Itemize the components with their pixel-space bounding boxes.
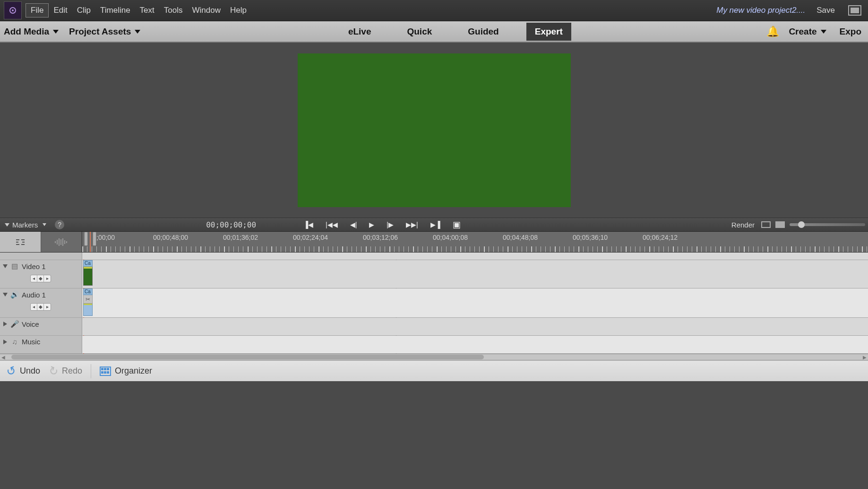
redo-button[interactable]: ↻ Redo	[49, 365, 82, 378]
help-icon[interactable]: ?	[55, 220, 64, 229]
tab-guided[interactable]: Guided	[459, 23, 507, 41]
workspace-tabs: eLive Quick Guided Expert	[144, 23, 766, 41]
snapshot-icon[interactable]: ▣	[453, 219, 461, 230]
menu-timeline[interactable]: Timeline	[95, 4, 135, 17]
project-assets-label: Project Assets	[69, 26, 131, 37]
track-music: ♫ Music	[0, 336, 868, 354]
svg-point-1	[12, 9, 14, 11]
ruler-label: 00;04;48;08	[503, 234, 538, 241]
ruler-label: 00;02;24;04	[293, 234, 328, 241]
ruler-labels: ;00;00 00;00;48;00 00;01;36;02 00;02;24;…	[82, 234, 868, 243]
menu-clip[interactable]: Clip	[72, 4, 95, 17]
project-title: My new video project2....	[716, 6, 810, 15]
clip-label: Ca	[83, 288, 93, 295]
current-timecode[interactable]: 00;00;00;00	[206, 220, 256, 229]
safe-margins-icon[interactable]	[761, 221, 771, 228]
menu-help[interactable]: Help	[225, 4, 251, 17]
transport-bar: Markers ? 00;00;00;00 ▐◀ |◀◀ ◀| ▶ |▶ ▶▶|…	[0, 218, 868, 232]
menubar: File Edit Clip Timeline Text Tools Windo…	[0, 0, 868, 21]
track-name: Video 1	[22, 262, 46, 271]
scroll-left-icon[interactable]: ◀	[0, 354, 7, 360]
loop-icon[interactable]	[775, 221, 785, 228]
tab-quick[interactable]: Quick	[398, 23, 440, 41]
ruler-track[interactable]: ;00;00 00;00;48;00 00;01;36;02 00;02;24;…	[82, 232, 868, 252]
secondary-toolbar: Add Media Project Assets eLive Quick Gui…	[0, 21, 868, 43]
prev-edit-icon[interactable]: |◀◀	[326, 221, 338, 228]
undo-icon: ↻	[5, 363, 18, 379]
add-media-label: Add Media	[4, 26, 49, 37]
notifications-icon[interactable]: 🔔	[766, 26, 779, 38]
preview-canvas[interactable]	[298, 53, 571, 207]
track-name: Audio 1	[22, 291, 46, 299]
add-media-button[interactable]: Add Media	[0, 21, 62, 42]
disclosure-icon[interactable]	[3, 340, 7, 344]
goto-end-icon[interactable]: ▶▐	[430, 221, 440, 228]
keyframe-stepper[interactable]: ◂◆▸	[30, 275, 51, 282]
preview-area	[0, 43, 868, 218]
step-forward-icon[interactable]: |▶	[387, 221, 394, 228]
ruler-label: 00;05;36;10	[573, 234, 608, 241]
track-body-music[interactable]	[82, 336, 868, 353]
clip-video-1[interactable]: Ca	[83, 260, 93, 287]
next-edit-icon[interactable]: ▶▶|	[406, 221, 418, 228]
ruler-label: 00;03;12;06	[363, 234, 398, 241]
tab-expert[interactable]: Expert	[526, 23, 571, 41]
scissors-icon: ✂	[83, 295, 93, 304]
disclosure-icon[interactable]	[3, 264, 8, 268]
save-button[interactable]: Save	[810, 6, 842, 15]
filmstrip-icon: ▤	[10, 262, 19, 271]
menu-edit[interactable]: Edit	[49, 4, 72, 17]
track-name: Music	[22, 338, 40, 346]
timeline-zoom-slider[interactable]	[790, 223, 865, 226]
menu-text[interactable]: Text	[135, 4, 159, 17]
disclosure-icon[interactable]	[3, 293, 8, 297]
organizer-button[interactable]: Organizer	[100, 366, 152, 376]
scroll-right-icon[interactable]: ▶	[861, 354, 868, 360]
keyframe-stepper[interactable]: ◂◆▸	[30, 303, 51, 311]
track-head-video-1: ▤ Video 1 ◂◆▸	[0, 260, 82, 288]
scrollbar-thumb[interactable]	[11, 355, 484, 359]
menu-tools[interactable]: Tools	[159, 4, 188, 17]
markers-dropdown[interactable]: Markers	[0, 221, 51, 229]
track-audio-1: 🔊 Audio 1 ◂◆▸ Ca ✂	[0, 288, 868, 318]
undo-button[interactable]: ↻ Undo	[7, 365, 40, 378]
create-button[interactable]: Create	[785, 26, 830, 37]
export-button[interactable]: Expo	[836, 26, 865, 37]
track-body-video-1[interactable]: Ca	[82, 260, 868, 288]
app-icon	[4, 1, 22, 19]
tracks-area: ▤ Video 1 ◂◆▸ Ca 🔊 Audio 1 ◂◆▸ Ca ✂	[0, 253, 868, 354]
chevron-down-icon	[43, 223, 46, 226]
track-head-music: ♫ Music	[0, 336, 82, 353]
chevron-down-icon	[53, 30, 59, 34]
redo-icon: ↻	[47, 363, 60, 379]
track-row-spacer	[0, 253, 868, 260]
track-head-voice: 🎤 Voice	[0, 318, 82, 335]
microphone-icon: 🎤	[10, 320, 19, 328]
play-icon[interactable]: ▶	[369, 221, 374, 228]
project-assets-button[interactable]: Project Assets	[65, 21, 144, 42]
goto-start-icon[interactable]: ▐◀	[303, 221, 313, 228]
ruler-label: 00;00;48;00	[153, 234, 188, 241]
timeline-tool-align-icon[interactable]	[0, 232, 41, 252]
fullscreen-icon[interactable]	[848, 5, 861, 16]
menu-file[interactable]: File	[26, 3, 49, 17]
timeline-tool-waveform-icon[interactable]	[41, 232, 82, 252]
disclosure-icon[interactable]	[3, 322, 7, 326]
render-button[interactable]: Render	[731, 221, 756, 229]
step-back-icon[interactable]: ◀|	[350, 221, 357, 228]
clip-waveform	[83, 304, 93, 316]
track-name: Voice	[22, 320, 39, 328]
clip-audio-1[interactable]: Ca ✂	[83, 288, 93, 316]
create-label: Create	[789, 26, 816, 37]
ruler-label: 00;01;36;02	[223, 234, 258, 241]
track-body-voice[interactable]	[82, 318, 868, 335]
timeline-horizontal-scrollbar[interactable]: ◀ ▶	[0, 354, 868, 360]
menu-window[interactable]: Window	[187, 4, 225, 17]
track-body-audio-1[interactable]: Ca ✂	[82, 288, 868, 317]
track-head-audio-1: 🔊 Audio 1 ◂◆▸	[0, 288, 82, 317]
ruler-label: 00;04;00;08	[433, 234, 468, 241]
tab-elive[interactable]: eLive	[340, 23, 380, 41]
divider	[91, 364, 91, 378]
undo-label: Undo	[20, 366, 40, 376]
ruler-label: 00;06;24;12	[643, 234, 678, 241]
